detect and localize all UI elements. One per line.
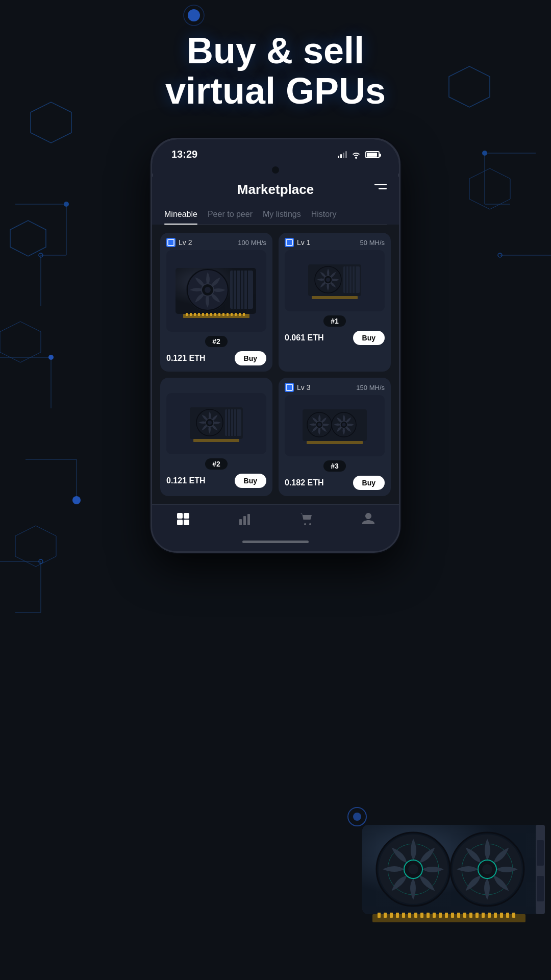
card-3-header (160, 378, 272, 393)
gpu-card-2[interactable]: Lv 1 50 MH/s (279, 233, 391, 372)
card-2-header: Lv 1 50 MH/s (279, 233, 391, 250)
svg-rect-51 (206, 313, 208, 316)
svg-rect-134 (536, 825, 545, 914)
signal-icon (338, 151, 347, 158)
card-1-price-row: 0.121 ETH Buy (160, 351, 272, 372)
nav-home[interactable] (176, 512, 190, 526)
card-3-image (166, 393, 266, 454)
svg-rect-57 (231, 313, 233, 316)
svg-rect-93 (239, 519, 242, 525)
svg-rect-89 (177, 513, 183, 519)
svg-point-100 (377, 832, 450, 906)
svg-rect-52 (210, 313, 212, 316)
svg-rect-132 (506, 913, 509, 918)
phone-mockup: 13:29 (151, 138, 400, 553)
card-1-image (166, 250, 266, 332)
nav-profile[interactable] (361, 512, 375, 526)
svg-marker-19 (15, 526, 56, 567)
profile-icon (361, 512, 375, 526)
svg-rect-54 (218, 313, 220, 316)
tab-peer-to-peer[interactable]: Peer to peer (208, 206, 253, 224)
card-2-buy-button[interactable]: Buy (353, 331, 385, 345)
svg-rect-115 (402, 913, 405, 918)
tab-mineable[interactable]: Mineable (164, 206, 197, 224)
svg-rect-49 (198, 313, 200, 316)
svg-rect-47 (190, 313, 192, 316)
svg-rect-111 (378, 913, 381, 918)
svg-point-32 (402, 836, 414, 848)
hero-title: Buy & sell virtual GPUs (0, 31, 551, 111)
card-2-image (285, 250, 385, 311)
svg-rect-125 (463, 913, 466, 918)
card-1-buy-button[interactable]: Buy (235, 351, 266, 365)
wifi-icon (351, 151, 361, 159)
filter-button[interactable] (370, 184, 387, 196)
card-4-price-row: 0.182 ETH Buy (279, 476, 391, 496)
tabs-row: Mineable Peer to peer My listings Histor… (164, 206, 387, 225)
gpu-card-3[interactable]: #2 0.121 ETH Buy (160, 378, 272, 496)
card-2-hashrate: 50 MH/s (360, 239, 385, 247)
gpu-card-1[interactable]: Lv 2 100 MH/s (160, 233, 272, 372)
svg-rect-118 (420, 913, 423, 918)
svg-rect-80 (193, 439, 239, 442)
svg-point-8 (48, 355, 54, 360)
svg-rect-129 (488, 913, 491, 918)
svg-rect-110 (372, 914, 525, 922)
card-4-image (285, 395, 385, 456)
svg-rect-90 (184, 513, 189, 519)
svg-rect-121 (439, 913, 442, 918)
card-2-price-row: 0.061 ETH Buy (279, 331, 391, 351)
card-3-buy-button[interactable]: Buy (235, 474, 266, 488)
svg-rect-120 (433, 913, 436, 918)
card-4-header: Lv 3 150 MH/s (279, 378, 391, 395)
svg-rect-114 (396, 913, 399, 918)
svg-rect-99 (362, 825, 541, 914)
status-icons (338, 151, 380, 159)
card-4-hashrate: 150 MH/s (356, 384, 385, 391)
tab-my-listings[interactable]: My listings (263, 206, 301, 224)
gpu-card-4[interactable]: Lv 3 150 MH/s (279, 378, 391, 496)
svg-rect-117 (414, 913, 417, 918)
svg-point-4 (64, 202, 69, 207)
card-3-price: 0.121 ETH (166, 476, 205, 485)
card-4-buy-button[interactable]: Buy (353, 476, 385, 490)
card-3-number: #2 (205, 458, 228, 470)
svg-point-27 (184, 5, 204, 26)
app-content: Lv 2 100 MH/s (152, 225, 399, 504)
card-1-level: Lv 2 (166, 238, 192, 247)
gpu-icon-2 (285, 238, 294, 247)
svg-marker-18 (0, 322, 41, 362)
svg-rect-113 (390, 913, 393, 918)
svg-rect-70 (312, 296, 358, 299)
svg-rect-98 (362, 825, 541, 914)
card-4-price: 0.182 ETH (285, 478, 323, 487)
svg-point-11 (72, 496, 81, 504)
svg-rect-53 (214, 313, 216, 316)
phone-body: 13:29 (151, 138, 400, 553)
svg-rect-56 (227, 313, 229, 316)
svg-point-105 (450, 832, 524, 906)
svg-rect-94 (243, 516, 246, 525)
status-bar: 13:29 (167, 149, 384, 160)
svg-rect-60 (243, 313, 245, 316)
nav-cart[interactable] (299, 512, 314, 526)
gpu-icon-1 (166, 238, 176, 247)
gpu-icon-4 (285, 383, 294, 392)
card-4-level: Lv 3 (285, 383, 310, 392)
card-2-number: #1 (323, 315, 346, 327)
svg-rect-133 (512, 913, 515, 918)
bottom-nav (152, 504, 399, 536)
nav-stats[interactable] (238, 512, 252, 526)
card-3-price-row: 0.121 ETH Buy (160, 474, 272, 494)
tab-history[interactable]: History (311, 206, 337, 224)
svg-rect-124 (457, 913, 460, 918)
svg-point-84 (318, 423, 321, 427)
home-indicator (152, 536, 399, 551)
svg-rect-50 (202, 313, 204, 316)
svg-point-25 (498, 253, 502, 257)
svg-point-102 (388, 844, 439, 895)
svg-point-107 (462, 844, 513, 895)
bar-chart-icon (238, 512, 252, 526)
svg-rect-95 (247, 514, 250, 525)
svg-rect-48 (194, 313, 196, 316)
